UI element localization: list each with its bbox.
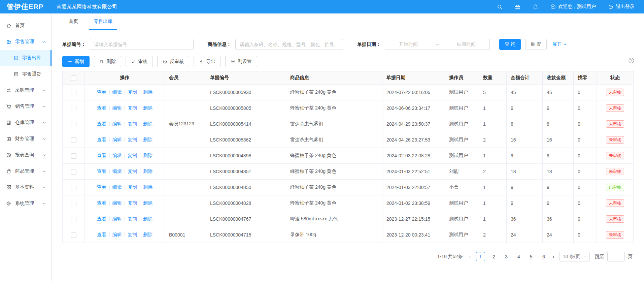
action-delete-link[interactable]: 删除 [143,89,152,95]
expand-link[interactable]: 展开 [552,41,567,48]
search-button[interactable]: 查 询 [499,39,521,50]
column-settings-button[interactable]: 列设置 [225,56,257,67]
action-edit-link[interactable]: 编辑 [112,89,122,95]
page-size-select[interactable]: 10 条/页 [560,252,590,261]
jump-page-input[interactable] [607,252,625,261]
row-checkbox[interactable] [71,90,76,95]
action-edit-link[interactable]: 编辑 [112,153,122,158]
action-edit-link[interactable]: 编辑 [112,216,122,221]
document-icon [13,71,19,77]
action-edit-link[interactable]: 编辑 [112,137,122,142]
cell-operator: 测试用户 [445,227,479,243]
action-edit-link[interactable]: 编辑 [112,105,122,111]
page-1-button[interactable]: 1 [476,252,485,261]
action-edit-link[interactable]: 编辑 [112,232,122,237]
sidebar-item-retail-return[interactable]: 零售退货 [0,66,52,82]
row-checkbox[interactable] [71,153,76,159]
sidebar-item-finance[interactable]: 财务管理 [0,131,52,147]
sidebar-item-goods[interactable]: 商品管理 [0,163,52,179]
bell-icon[interactable] [533,4,538,10]
page-3-button[interactable]: 3 [503,254,510,259]
page-5-button[interactable]: 5 [528,254,535,259]
audit-button[interactable]: 审核 [126,56,153,67]
action-view-link[interactable]: 查看 [97,89,106,95]
tab-home[interactable]: 首页 [68,13,79,30]
action-delete-link[interactable]: 删除 [143,168,152,174]
row-checkbox[interactable] [71,122,76,127]
sidebar-item-retail-outbound[interactable]: 零售出库 [0,50,52,66]
row-checkbox[interactable] [71,185,76,190]
action-edit-link[interactable]: 编辑 [112,121,122,126]
action-delete-link[interactable]: 删除 [143,105,152,111]
action-delete-link[interactable]: 删除 [143,200,152,206]
row-checkbox[interactable] [71,201,76,206]
logout-button[interactable]: 退出登录 [608,4,635,10]
table-row: 查看|编辑|复制|删除LSCK00000004828蜂蜜柚子茶 240g 黄色2… [63,195,634,211]
search-icon[interactable] [497,4,503,10]
select-all-checkbox[interactable] [71,75,76,81]
action-edit-link[interactable]: 编辑 [112,168,122,174]
question-circle-icon[interactable] [628,57,635,64]
sidebar-item-purchase[interactable]: 采购管理 [0,82,52,98]
chevron-down-icon [42,137,46,141]
cell-received: 9 [543,195,574,211]
delete-button[interactable]: 删除 [94,56,121,67]
action-delete-link[interactable]: 删除 [143,137,152,142]
row-checkbox[interactable] [71,106,76,111]
action-copy-link[interactable]: 复制 [128,184,137,190]
action-view-link[interactable]: 查看 [97,153,106,158]
reset-button[interactable]: 重 置 [525,39,547,50]
action-copy-link[interactable]: 复制 [128,105,137,111]
cell-qty: 1 [479,180,507,195]
cell-status: 未审核 [597,132,634,148]
action-view-link[interactable]: 查看 [97,105,106,111]
row-checkbox[interactable] [71,169,76,175]
bank-icon[interactable] [515,4,520,10]
action-delete-link[interactable]: 删除 [143,153,152,158]
action-edit-link[interactable]: 编辑 [112,200,122,206]
action-delete-link[interactable]: 删除 [143,232,152,237]
date-range-picker[interactable]: 开始时间 ~ 结束时间 [385,39,490,50]
order-no-input[interactable] [90,39,194,50]
action-copy-link[interactable]: 复制 [128,232,137,237]
sidebar-item-basic-data[interactable]: 基本资料 [0,179,52,195]
action-view-link[interactable]: 查看 [97,168,106,174]
action-copy-link[interactable]: 复制 [128,216,137,221]
action-delete-link[interactable]: 删除 [143,216,152,221]
action-view-link[interactable]: 查看 [97,216,106,221]
sidebar-item-system[interactable]: 系统管理 [0,195,52,212]
sidebar-item-warehouse[interactable]: 仓库管理 [0,115,52,131]
row-checkbox[interactable] [71,137,76,143]
action-delete-link[interactable]: 删除 [143,121,152,126]
action-copy-link[interactable]: 复制 [128,153,137,158]
unaudit-button[interactable]: 反审核 [157,56,189,67]
action-copy-link[interactable]: 复制 [128,168,137,174]
action-delete-link[interactable]: 删除 [143,184,152,190]
action-view-link[interactable]: 查看 [97,121,106,126]
prev-page-button[interactable]: ‹ [469,254,471,259]
user-menu[interactable]: 欢迎您，测试用户 [550,4,596,10]
product-input[interactable] [235,39,343,50]
page-4-button[interactable]: 4 [515,254,522,259]
sidebar-item-retail[interactable]: 零售管理 [0,34,52,50]
action-view-link[interactable]: 查看 [97,184,106,190]
row-checkbox[interactable] [71,217,76,222]
action-view-link[interactable]: 查看 [97,137,106,142]
add-button[interactable]: 新增 [62,56,90,67]
export-button[interactable]: 导出 [194,56,221,67]
row-checkbox[interactable] [71,232,76,238]
action-view-link[interactable]: 查看 [97,232,106,237]
action-copy-link[interactable]: 复制 [128,137,137,142]
sidebar-item-sales[interactable]: 销售管理 [0,98,52,115]
page-2-button[interactable]: 2 [490,254,498,259]
page-6-button[interactable]: 6 [540,254,547,259]
action-copy-link[interactable]: 复制 [128,200,137,206]
action-view-link[interactable]: 查看 [97,200,106,206]
action-copy-link[interactable]: 复制 [128,89,137,95]
action-edit-link[interactable]: 编辑 [112,184,122,190]
next-page-button[interactable]: › [552,254,554,259]
action-copy-link[interactable]: 复制 [128,121,137,126]
sidebar-item-home[interactable]: 首页 [0,18,52,34]
sidebar-item-report[interactable]: 报表查询 [0,147,52,163]
tab-retail-outbound[interactable]: 零售出库 [93,13,113,30]
